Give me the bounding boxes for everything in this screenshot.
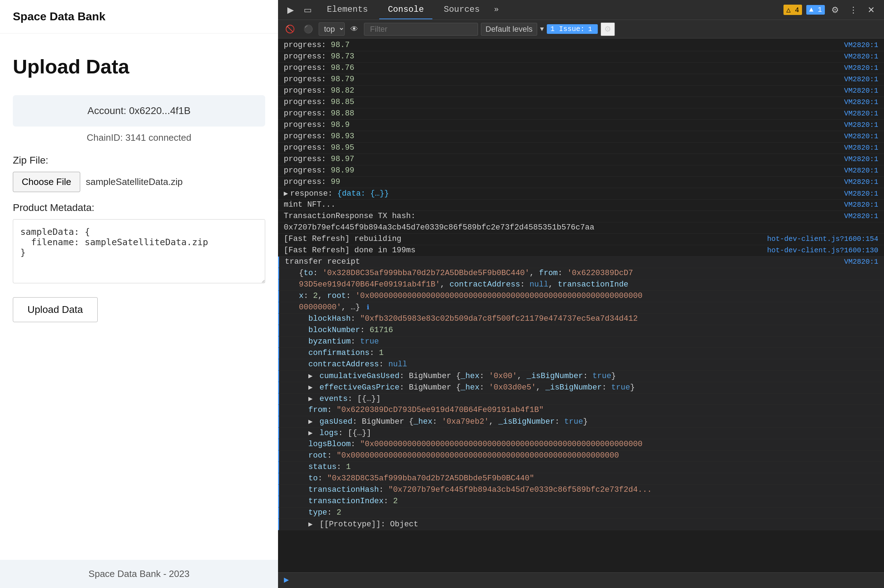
zip-file-label: Zip File: <box>13 154 265 166</box>
log-line-fast-refresh-1: [Fast Refresh] rebuilding hot-dev-client… <box>278 234 884 245</box>
log-line: progress: 98.79 VM2820:1 <box>278 74 884 86</box>
account-box: Account: 0x6220...4f1B <box>13 95 265 126</box>
log-line-confirmations: confirmations: 1 <box>278 348 884 359</box>
devtools-panel: ▶ ▭ Elements Console Sources » △ 4 ▲ 1 ⚙… <box>278 0 884 588</box>
log-line: progress: 98.7 VM2820:1 <box>278 40 884 51</box>
log-line-from: from: "0x6220389DcD793D5ee919d470B64Fe09… <box>278 405 884 416</box>
log-line-txhash: transactionHash: "0x7207b79efc445f9b894a… <box>278 484 884 496</box>
page-title: Upload Data <box>13 55 265 78</box>
log-line-logs: ▶ logs: [{…}] <box>278 428 884 439</box>
log-line-tx-hash: 0x7207b79efc445f9b894a3cb45d7e0339c86f58… <box>278 222 884 234</box>
log-line-effective-gas: ▶ effectiveGasPrice: BigNumber {_hex: '0… <box>278 382 884 393</box>
clear-console-icon[interactable]: 🚫 <box>282 23 298 35</box>
log-line: progress: 99 VM2820:1 <box>278 177 884 188</box>
devtools-top-bar: ▶ ▭ Elements Console Sources » △ 4 ▲ 1 ⚙… <box>278 0 884 20</box>
device-toolbar-icon[interactable]: ▭ <box>300 3 315 17</box>
log-line: progress: 98.9 VM2820:1 <box>278 120 884 131</box>
file-row: Choose File sampleSatelliteData.zip <box>13 172 265 192</box>
log-line: progress: 98.82 VM2820:1 <box>278 86 884 97</box>
warning-count-badge: △ 4 <box>783 4 802 15</box>
app-title: Space Data Bank <box>0 0 278 33</box>
tab-console[interactable]: Console <box>379 0 432 19</box>
metadata-textarea[interactable]: sampleData: { filename: sampleSatelliteD… <box>13 219 265 283</box>
log-line-root: root: "0x0000000000000000000000000000000… <box>278 450 884 462</box>
log-line: progress: 98.93 VM2820:1 <box>278 131 884 142</box>
log-line-cumulative-gas: ▶ cumulativeGasUsed: BigNumber {_hex: '0… <box>278 370 884 382</box>
log-line-gas-used: ▶ gasUsed: BigNumber {_hex: '0xa79eb2', … <box>278 416 884 428</box>
left-panel: Space Data Bank Upload Data Account: 0x6… <box>0 0 278 588</box>
log-line-prototype: ▶ [[Prototype]]: Object <box>278 519 884 530</box>
issue-badge[interactable]: 1 Issue: 1 <box>547 24 598 34</box>
more-options-icon[interactable]: ⋮ <box>845 3 861 17</box>
log-line: progress: 98.73 VM2820:1 <box>278 51 884 63</box>
log-line-events: ▶ events: [{…}] <box>278 393 884 405</box>
log-line: progress: 98.97 VM2820:1 <box>278 154 884 165</box>
inspect-element-icon[interactable]: ▶ <box>284 3 297 17</box>
settings-icon[interactable]: ⚙ <box>828 3 843 17</box>
log-line-type: type: 2 <box>278 507 884 519</box>
tab-elements[interactable]: Elements <box>318 0 377 19</box>
log-line-transfer-header: transfer receipt VM2820:1 <box>278 256 884 268</box>
context-selector[interactable]: top <box>319 22 345 36</box>
log-line: progress: 98.85 VM2820:1 <box>278 97 884 108</box>
chain-label: ChainID: 3141 connected <box>13 132 265 143</box>
console-prompt-icon: ► <box>284 576 289 585</box>
log-line-blocknumber: blockNumber: 61716 <box>278 325 884 336</box>
log-line-transfer-from: 93D5ee919d470B64Fe09191ab4f1B', contract… <box>278 279 884 291</box>
account-label: Account: 0x6220...4f1B <box>23 105 255 117</box>
close-devtools-icon[interactable]: ✕ <box>864 3 878 17</box>
log-line-txindex: transactionIndex: 2 <box>278 496 884 507</box>
log-line-byzantium: byzantium: true <box>278 336 884 348</box>
log-line-blockhash: blockHash: "0xfb320d5983e83c02b509da7c8f… <box>278 314 884 325</box>
log-line-fast-refresh-2: [Fast Refresh] done in 199ms hot-dev-cli… <box>278 245 884 256</box>
log-line: progress: 98.95 VM2820:1 <box>278 142 884 154</box>
metadata-label: Product Metadata: <box>13 202 265 213</box>
upload-data-button[interactable]: Upload Data <box>13 297 98 322</box>
log-line-transfer-index: x: 2, root: '0x0000000000000000000000000… <box>278 291 884 302</box>
log-line-tx-header: TransactionResponse TX hash: VM2820:1 <box>278 211 884 222</box>
log-line-status: status: 1 <box>278 462 884 473</box>
console-log-area: progress: 98.7 VM2820:1 progress: 98.73 … <box>278 39 884 572</box>
footer: Space Data Bank - 2023 <box>0 560 278 588</box>
tab-sources[interactable]: Sources <box>435 0 488 19</box>
log-line: progress: 98.99 VM2820:1 <box>278 165 884 177</box>
log-line-to: to: "0x328D8C35af999bba70d2b72A5DBbde5F9… <box>278 473 884 484</box>
eye-icon[interactable]: 👁 <box>348 23 361 35</box>
default-levels-button[interactable]: Default levels <box>481 23 537 36</box>
console-settings-icon[interactable]: ⚙ <box>600 22 615 36</box>
main-content: Upload Data Account: 0x6220...4f1B Chain… <box>0 33 278 560</box>
selected-file-name: sampleSatelliteData.zip <box>86 176 183 188</box>
log-line-transfer-to: {to: '0x328D8C35af999bba70d2b72A5DBbde5F… <box>278 268 884 279</box>
log-line: progress: 98.88 VM2820:1 <box>278 108 884 120</box>
info-count-badge: ▲ 1 <box>806 5 825 15</box>
console-filter-input[interactable] <box>364 23 478 36</box>
log-line-transfer-root: 00000000', …} ℹ <box>278 302 884 314</box>
log-line-contract: contractAddress: null <box>278 359 884 370</box>
devtools-bottom-bar: ► <box>278 572 884 588</box>
stop-on-exception-icon[interactable]: ⚫ <box>300 23 316 35</box>
more-tabs-button[interactable]: » <box>491 3 501 17</box>
log-line-mint: mint NFT... VM2820:1 <box>278 200 884 211</box>
log-line-response: ▶response: {data: {…}} VM2820:1 <box>278 188 884 200</box>
console-toolbar: 🚫 ⚫ top 👁 Default levels ▼ 1 Issue: 1 ⚙ <box>278 20 884 39</box>
log-line: progress: 98.76 VM2820:1 <box>278 63 884 74</box>
choose-file-button[interactable]: Choose File <box>13 172 80 192</box>
log-line-logsbloom: logsBloom: "0x00000000000000000000000000… <box>278 439 884 450</box>
